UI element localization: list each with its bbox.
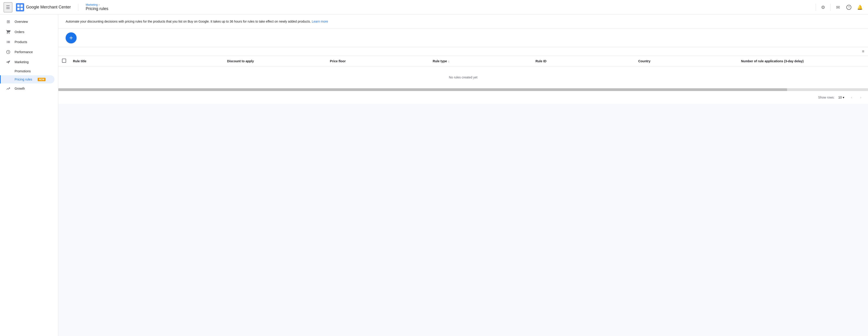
header-divider <box>78 4 79 11</box>
header-checkbox-cell <box>62 59 73 63</box>
help-button[interactable]: ? <box>844 3 854 12</box>
header-vertical-divider <box>815 4 816 11</box>
col-header-country[interactable]: Country <box>638 59 741 63</box>
col-header-rule-title[interactable]: Rule title <box>73 59 227 63</box>
page-title: Pricing rules <box>86 6 108 11</box>
logo-icon <box>16 3 24 11</box>
prev-arrow-icon: ‹ <box>851 95 852 100</box>
sidebar-item-marketing[interactable]: Marketing <box>0 57 55 67</box>
sidebar-item-products[interactable]: Products <box>0 37 55 47</box>
header-left: ☰ Google Merchant Center Marketing › Pri… <box>4 2 108 12</box>
sidebar-item-label-products: Products <box>14 40 27 44</box>
logo-text: Google Merchant Center <box>26 5 71 9</box>
rows-per-page-select[interactable]: 10 ▾ <box>838 95 844 99</box>
mail-button[interactable]: ✉ <box>833 3 842 12</box>
sidebar-item-performance[interactable]: Performance <box>0 47 55 57</box>
overview-icon: ⊞ <box>5 19 11 24</box>
app-body: ⊞ Overview Orders Products <box>0 15 868 336</box>
add-pricing-rule-button[interactable]: + <box>66 32 76 43</box>
sidebar-subitem-label-pricing-rules: Pricing rules <box>14 78 32 81</box>
col-header-price-floor[interactable]: Price floor <box>330 59 433 63</box>
logo-area: Google Merchant Center <box>16 3 71 11</box>
sidebar-item-label-performance: Performance <box>14 50 33 54</box>
info-banner: Automate your discounting decisions with… <box>58 15 868 29</box>
notifications-button[interactable]: 🔔 <box>855 3 864 12</box>
plus-icon: + <box>69 35 73 41</box>
breadcrumb-parent[interactable]: Marketing <box>86 3 98 6</box>
show-rows-label: Show rows: <box>818 95 835 99</box>
sidebar-item-label-overview: Overview <box>14 20 28 24</box>
table-empty-state: No rules created yet <box>58 66 868 88</box>
header-vertical-divider-2 <box>830 4 831 11</box>
next-arrow-icon: › <box>860 95 861 100</box>
col-header-rule-id[interactable]: Rule ID <box>535 59 638 63</box>
svg-rect-2 <box>21 5 23 7</box>
marketing-icon <box>5 60 11 64</box>
empty-state-text: No rules created yet <box>449 76 477 79</box>
sidebar-item-label-growth: Growth <box>14 87 25 90</box>
filter-icon[interactable]: ≡ <box>862 49 864 54</box>
table-toolbar: ≡ <box>58 47 868 56</box>
sidebar: ⊞ Overview Orders Products <box>0 15 58 336</box>
sidebar-item-overview[interactable]: ⊞ Overview <box>0 17 55 27</box>
horizontal-scrollbar[interactable] <box>58 88 868 91</box>
help-icon: ? <box>846 5 851 10</box>
svg-rect-0 <box>16 3 24 11</box>
select-all-checkbox[interactable] <box>62 59 66 63</box>
breadcrumb-chevron: › <box>99 3 100 6</box>
pagination-arrows: ‹ › <box>848 94 864 101</box>
sidebar-item-label-marketing: Marketing <box>14 60 29 64</box>
sort-arrow-icon: ↓ <box>448 59 450 63</box>
svg-rect-1 <box>17 5 20 7</box>
new-badge: NEW <box>38 78 45 81</box>
sidebar-item-promotions[interactable]: Promotions <box>0 67 55 75</box>
sidebar-subitem-label-promotions: Promotions <box>14 69 31 73</box>
table-header: Rule title Discount to apply Price floor… <box>58 56 868 66</box>
add-button-area: + <box>58 29 868 47</box>
products-icon <box>5 40 11 44</box>
breadcrumb: Marketing › <box>86 3 108 6</box>
mail-icon: ✉ <box>836 5 840 10</box>
growth-icon <box>5 86 11 91</box>
table-area: ≡ Rule title Discount to apply Price flo… <box>58 47 868 104</box>
sidebar-item-growth[interactable]: Growth <box>0 83 55 93</box>
bell-icon: 🔔 <box>857 5 863 10</box>
info-banner-text: Automate your discounting decisions with… <box>66 20 311 23</box>
rows-per-page-value: 10 <box>838 95 842 99</box>
breadcrumb-area: Marketing › Pricing rules <box>86 3 108 11</box>
col-header-applications[interactable]: Number of rule applications (3-day delay… <box>741 59 864 63</box>
settings-button[interactable]: ⚙ <box>818 3 828 12</box>
performance-icon <box>5 50 11 54</box>
header-right: ⚙ ✉ ? 🔔 <box>815 3 864 12</box>
dropdown-chevron-icon: ▾ <box>843 95 844 99</box>
svg-rect-4 <box>21 8 23 10</box>
sidebar-item-label-orders: Orders <box>14 30 24 34</box>
orders-icon <box>5 30 11 34</box>
col-header-rule-type[interactable]: Rule type ↓ <box>433 59 535 63</box>
pagination-area: Show rows: 10 ▾ ‹ › <box>58 91 868 104</box>
learn-more-link[interactable]: Learn more <box>312 20 328 23</box>
sidebar-item-orders[interactable]: Orders <box>0 27 55 37</box>
svg-rect-3 <box>17 8 20 10</box>
sidebar-item-pricing-rules[interactable]: Pricing rules NEW <box>0 75 55 83</box>
col-header-discount[interactable]: Discount to apply <box>227 59 330 63</box>
hamburger-menu-button[interactable]: ☰ <box>4 2 12 12</box>
app-header: ☰ Google Merchant Center Marketing › Pri… <box>0 0 868 15</box>
next-page-button[interactable]: › <box>857 94 864 101</box>
col-header-rule-type-label: Rule type <box>433 59 447 63</box>
scrollbar-thumb[interactable] <box>58 88 787 91</box>
settings-icon: ⚙ <box>821 5 825 10</box>
prev-page-button[interactable]: ‹ <box>848 94 855 101</box>
main-content: Automate your discounting decisions with… <box>58 15 868 336</box>
